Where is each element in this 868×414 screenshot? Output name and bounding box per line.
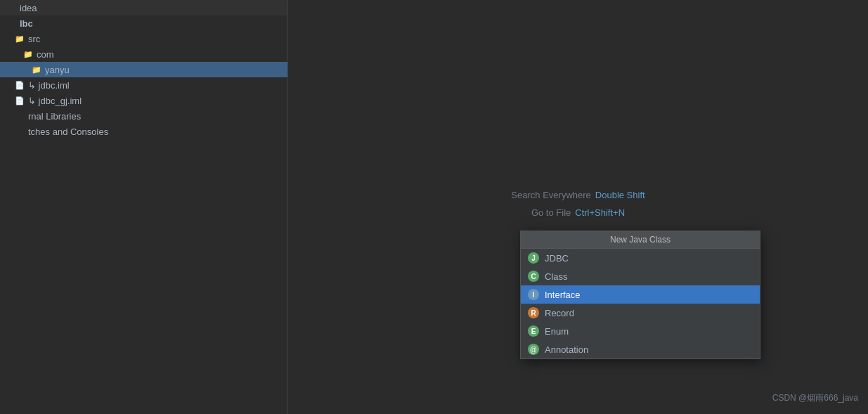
folder-icon: 📁 [31,64,42,75]
new-java-class-dropdown: New Java Class J JDBC C Class I Interfac… [520,231,760,359]
project-icon [6,18,17,29]
sidebar-item-consoles[interactable]: tches and Consoles [0,124,287,139]
record-icon: R [528,307,539,318]
console-icon [14,126,25,137]
folder-icon: 📁 [22,48,34,60]
dropdown-item-annotation[interactable]: @ Annotation [521,340,760,358]
hint-goto-file: Go to File Ctrl+Shift+N [511,207,644,218]
sidebar-item-label: ↳ jdbc_gj.iml [28,96,82,106]
interface-icon: I [528,289,539,300]
sidebar-item-lbc[interactable]: lbc [0,15,287,31]
library-icon [14,110,25,122]
sidebar-item-idea[interactable]: idea [0,0,287,15]
sidebar-item-label: ↳ jdbc.iml [28,80,70,91]
dropdown-item-label: Record [545,308,574,318]
sidebar-item-libraries[interactable]: rnal Libraries [0,108,287,124]
watermark-text: CSDN @烟雨666_java [772,393,858,403]
sidebar-item-jdbc-gj-iml[interactable]: 📄 ↳ jdbc_gj.iml [0,93,287,108]
dropdown-item-jdbc[interactable]: J JDBC [521,249,760,267]
hint-area: Search Everywhere Double Shift Go to Fil… [511,190,644,225]
dropdown-item-class[interactable]: C Class [521,267,760,285]
file-icon: 📄 [14,95,25,106]
sidebar-item-label: yanyu [45,65,70,75]
sidebar-item-label: idea [20,3,37,13]
dropdown-item-label: Enum [545,326,569,337]
dropdown-item-label: Class [545,271,568,282]
dropdown-item-enum[interactable]: E Enum [521,322,760,340]
sidebar-item-label: rnal Libraries [28,111,81,122]
sidebar-item-label: tches and Consoles [28,127,108,137]
dropdown-item-label: Interface [545,290,581,300]
text-icon [6,2,17,13]
annotation-icon: @ [528,344,539,355]
sidebar: idea lbc 📁 src 📁 com 📁 yanyu 📄 ↳ jdbc.im… [0,0,288,414]
sidebar-item-label: com [37,49,54,60]
file-icon: 📄 [14,79,25,91]
dropdown-item-interface[interactable]: I Interface [521,285,760,304]
sidebar-item-com[interactable]: 📁 com [0,46,287,62]
folder-icon: 📁 [14,33,25,44]
hint-shortcut-search: Double Shift [595,190,645,200]
dropdown-item-record[interactable]: R Record [521,304,760,322]
watermark: CSDN @烟雨666_java [772,392,858,404]
class-icon: C [528,271,539,282]
jdbc-icon: J [528,252,539,264]
sidebar-item-label: lbc [20,18,33,29]
enum-icon: E [528,325,539,337]
sidebar-item-yanyu[interactable]: 📁 yanyu [0,62,287,77]
sidebar-item-jdbc-iml[interactable]: 📄 ↳ jdbc.iml [0,77,287,93]
dropdown-item-label: Annotation [545,344,588,355]
sidebar-item-label: src [28,34,40,44]
hint-label-goto: Go to File [531,207,571,218]
main-area: Search Everywhere Double Shift Go to Fil… [288,0,868,414]
dropdown-title: New Java Class [521,231,760,249]
hint-label-search: Search Everywhere [511,190,590,200]
hint-search-everywhere: Search Everywhere Double Shift [511,190,644,200]
dropdown-item-label: JDBC [545,253,569,264]
sidebar-item-src[interactable]: 📁 src [0,31,287,46]
hint-shortcut-goto: Ctrl+Shift+N [575,207,625,218]
